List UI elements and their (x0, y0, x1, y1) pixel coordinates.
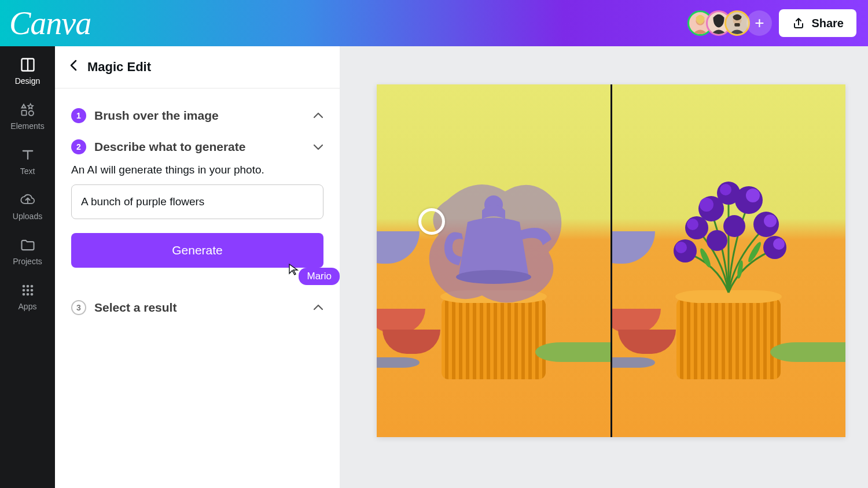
step-title: Brush over the image (94, 109, 219, 123)
svg-point-16 (30, 293, 33, 296)
nav-elements[interactable]: Elements (0, 102, 55, 131)
chevron-down-icon (313, 141, 323, 153)
svg-point-26 (764, 215, 777, 227)
magic-edit-panel: Magic Edit 1 Brush over the image 2 (55, 46, 340, 488)
svg-point-10 (30, 285, 33, 288)
main-area: Design Elements Text Uploads Projects Ap… (0, 46, 868, 488)
svg-point-13 (30, 289, 33, 292)
chevron-up-icon (313, 302, 323, 314)
step-header[interactable]: 1 Brush over the image (71, 108, 323, 123)
back-button[interactable] (69, 59, 78, 75)
svg-point-33 (723, 215, 745, 237)
header-actions: + Share (687, 9, 856, 37)
nav-projects[interactable]: Projects (0, 237, 55, 266)
canvas-image-after[interactable] (612, 84, 846, 437)
design-icon (20, 57, 36, 73)
elements-icon (20, 102, 36, 118)
panel-body: 1 Brush over the image 2 Describe what t… (55, 88, 340, 335)
step-title: Describe what to generate (94, 140, 245, 154)
svg-point-15 (26, 293, 29, 296)
step-brush: 1 Brush over the image (71, 100, 323, 131)
nav-label: Elements (10, 121, 44, 131)
svg-point-7 (28, 111, 33, 116)
share-button[interactable]: Share (779, 9, 856, 37)
generated-flowers (653, 171, 804, 298)
nav-apps[interactable]: Apps (0, 282, 55, 311)
folder-icon (20, 237, 36, 253)
step-title: Select a result (94, 301, 176, 315)
nav-label: Uploads (13, 212, 42, 221)
svg-point-24 (687, 219, 698, 230)
step-number-badge: 1 (71, 108, 86, 123)
step-description: An AI will generate things in your photo… (71, 164, 323, 176)
brush-cursor-ring (418, 208, 445, 235)
canvas-area[interactable] (340, 46, 868, 488)
generate-label: Generate (172, 243, 223, 257)
svg-point-12 (26, 289, 29, 292)
step-header[interactable]: 3 Select a result (71, 300, 323, 315)
collaborator-avatars: + (687, 10, 772, 36)
svg-point-9 (26, 285, 29, 288)
svg-point-20 (700, 198, 713, 212)
svg-point-28 (720, 184, 731, 195)
nav-design[interactable]: Design (0, 57, 55, 86)
step-header[interactable]: 2 Describe what to generate (71, 139, 323, 154)
app-header: Canva + Share (0, 0, 868, 46)
svg-point-22 (746, 188, 760, 202)
svg-point-34 (707, 230, 727, 251)
svg-point-32 (773, 238, 785, 250)
step-select: 3 Select a result (71, 292, 323, 323)
step-describe: 2 Describe what to generate An AI will g… (71, 131, 323, 276)
add-collaborator-button[interactable]: + (746, 10, 772, 36)
nav-rail: Design Elements Text Uploads Projects Ap… (0, 46, 55, 488)
chevron-left-icon (69, 59, 78, 72)
nav-uploads[interactable]: Uploads (0, 192, 55, 221)
panel-header: Magic Edit (55, 46, 340, 88)
canva-logo: Canva (9, 5, 91, 42)
uploads-icon (20, 192, 36, 208)
nav-label: Apps (19, 302, 37, 311)
panel-title: Magic Edit (87, 60, 151, 75)
step-number-badge: 3 (71, 300, 86, 315)
teapot-image (427, 182, 560, 297)
svg-rect-3 (735, 23, 741, 27)
cursor-icon (288, 263, 300, 276)
apps-icon (20, 282, 36, 298)
share-icon (792, 16, 806, 30)
share-label: Share (811, 17, 844, 30)
svg-point-14 (22, 293, 25, 296)
text-icon (20, 147, 36, 163)
svg-rect-6 (21, 110, 26, 115)
svg-point-30 (675, 242, 687, 253)
generate-button[interactable]: Generate Mario (71, 233, 323, 268)
nav-label: Design (15, 76, 41, 86)
svg-point-11 (22, 289, 25, 292)
nav-label: Text (20, 167, 35, 176)
canvas-frame[interactable] (377, 84, 845, 437)
svg-point-8 (22, 285, 25, 288)
nav-text[interactable]: Text (0, 147, 55, 176)
svg-point-18 (456, 270, 531, 284)
svg-point-35 (698, 247, 712, 269)
chevron-up-icon (313, 110, 323, 122)
step-number-badge: 2 (71, 139, 86, 154)
nav-label: Projects (13, 257, 42, 266)
prompt-input[interactable] (71, 184, 323, 219)
canvas-image-before[interactable] (377, 84, 610, 437)
